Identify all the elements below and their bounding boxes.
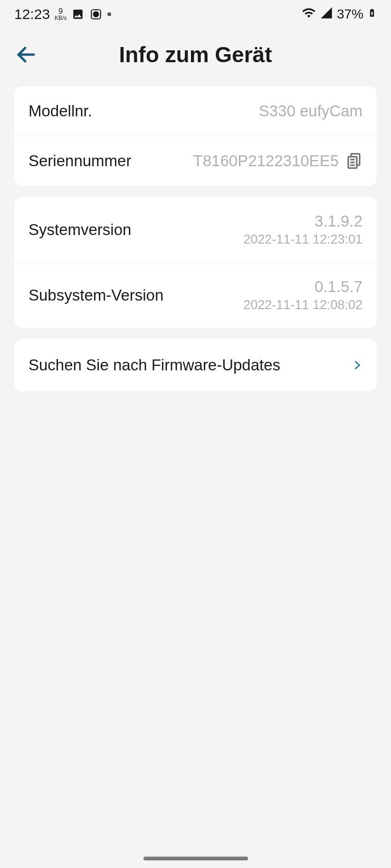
firmware-update-button[interactable]: Suchen Sie nach Firmware-Updates [14, 339, 377, 391]
system-version-row: Systemversion 3.1.9.2 2022-11-11 12:23:0… [14, 197, 377, 262]
subsystem-version-date: 2022-11-11 12:08:02 [243, 298, 362, 312]
subsystem-version-label: Subsystem-Version [29, 286, 163, 304]
version-info-card: Systemversion 3.1.9.2 2022-11-11 12:23:0… [14, 197, 377, 328]
serial-label: Seriennummer [29, 152, 131, 170]
device-info-card: Modellnr. S330 eufyCam Seriennummer T816… [14, 86, 377, 186]
serial-value: T8160P2122310EE5 [193, 152, 339, 170]
subsystem-version-values: 0.1.5.7 2022-11-11 12:08:02 [243, 278, 362, 312]
status-bar: 12:23 9 KB/s 37% [0, 0, 391, 28]
serial-value-group: T8160P2122310EE5 [193, 151, 362, 170]
app-header: Info zum Gerät [0, 28, 391, 81]
system-version-label: Systemversion [29, 221, 131, 239]
model-label: Modellnr. [29, 102, 92, 120]
model-row: Modellnr. S330 eufyCam [14, 86, 377, 136]
system-version-value: 3.1.9.2 [315, 212, 362, 230]
system-version-date: 2022-11-11 12:23:01 [243, 232, 362, 247]
firmware-card: Suchen Sie nach Firmware-Updates [14, 339, 377, 391]
page-title: Info zum Gerät [119, 42, 272, 67]
battery-text: 37% [337, 7, 363, 22]
subsystem-version-row: Subsystem-Version 0.1.5.7 2022-11-11 12:… [14, 262, 377, 328]
content-area: Modellnr. S330 eufyCam Seriennummer T816… [0, 81, 391, 408]
battery-icon [367, 6, 377, 23]
arrow-left-icon [15, 43, 38, 66]
model-value: S330 eufyCam [259, 102, 362, 120]
firmware-update-label: Suchen Sie nach Firmware-Updates [29, 356, 280, 374]
status-kbs: 9 KB/s [55, 8, 67, 21]
svg-point-1 [94, 12, 99, 17]
signal-icon [320, 6, 333, 23]
status-time: 12:23 [14, 6, 50, 22]
copy-button[interactable] [345, 151, 362, 170]
chevron-right-icon [352, 357, 362, 374]
subsystem-version-value: 0.1.5.7 [315, 278, 362, 296]
wifi-icon [302, 6, 316, 23]
back-button[interactable] [14, 43, 38, 66]
app-indicator-icon [89, 8, 103, 21]
status-left: 12:23 9 KB/s [14, 6, 111, 22]
notification-dot-icon [107, 12, 111, 16]
system-version-values: 3.1.9.2 2022-11-11 12:23:01 [243, 212, 362, 247]
serial-row: Seriennummer T8160P2122310EE5 [14, 136, 377, 186]
status-right: 37% [302, 6, 377, 23]
home-indicator[interactable] [143, 857, 248, 860]
image-icon [71, 8, 85, 21]
copy-icon [345, 151, 362, 170]
